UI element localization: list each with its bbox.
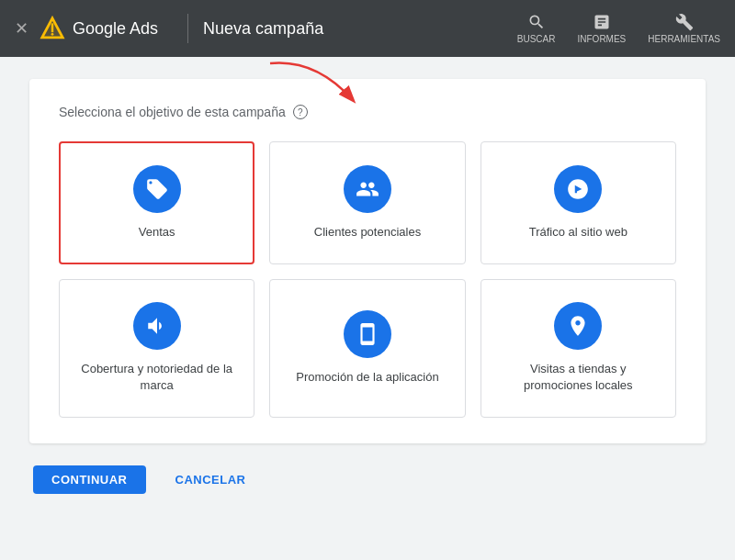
objectives-grid: Ventas Clientes potenciales Tráfic xyxy=(59,141,676,418)
card-header: Selecciona el objetivo de esta campaña ? xyxy=(59,105,676,119)
nav-divider xyxy=(187,14,188,43)
objective-promocion[interactable]: Promoción de la aplicación xyxy=(269,279,465,417)
main-content: Selecciona el objetivo de esta campaña ?… xyxy=(0,57,735,516)
close-button[interactable]: ✕ xyxy=(15,18,28,39)
promocion-icon-circle xyxy=(344,310,391,358)
ventas-icon-circle xyxy=(133,165,181,213)
search-nav-label: BUSCAR xyxy=(517,34,556,44)
trafico-label: Tráfico al sitio web xyxy=(529,224,628,241)
search-nav-button[interactable]: BUSCAR xyxy=(517,13,556,44)
objective-cobertura[interactable]: Cobertura y notoriedad de la marca xyxy=(59,279,254,417)
objective-visitas[interactable]: Visitas a tiendas y promociones locales xyxy=(481,279,676,417)
trafico-icon-circle xyxy=(554,165,602,213)
visitas-icon-circle xyxy=(554,302,602,350)
people-icon xyxy=(356,177,379,201)
mobile-icon xyxy=(356,322,379,346)
card-header-text: Selecciona el objetivo de esta campaña xyxy=(59,105,286,119)
cursor-icon xyxy=(566,177,590,201)
reports-nav-label: INFORMES xyxy=(578,34,627,44)
objective-clientes[interactable]: Clientes potenciales xyxy=(269,141,465,264)
pin-icon xyxy=(566,314,590,338)
promocion-label: Promoción de la aplicación xyxy=(296,369,438,386)
brand-name: Google Ads xyxy=(73,19,158,39)
clientes-icon-circle xyxy=(344,165,391,213)
tag-icon xyxy=(145,177,169,201)
cobertura-label: Cobertura y notoriedad de la marca xyxy=(74,361,239,394)
svg-point-3 xyxy=(51,33,54,36)
visitas-label: Visitas a tiendas y promociones locales xyxy=(496,361,661,394)
arrow-icon xyxy=(261,54,371,109)
objective-trafico[interactable]: Tráfico al sitio web xyxy=(481,141,676,264)
objective-ventas[interactable]: Ventas xyxy=(59,141,254,264)
cancel-button[interactable]: CANCELAR xyxy=(161,465,261,494)
ventas-label: Ventas xyxy=(139,224,175,241)
tools-nav-label: HERRAMIENTAS xyxy=(648,34,720,44)
help-icon[interactable]: ? xyxy=(293,105,308,119)
tools-icon xyxy=(675,13,694,31)
cobertura-icon-circle xyxy=(133,302,181,350)
topbar: ✕ Google Ads Nueva campaña BUSCAR INFORM… xyxy=(0,0,735,57)
tools-nav-button[interactable]: HERRAMIENTAS xyxy=(648,13,720,44)
logo: Google Ads xyxy=(40,16,173,41)
volume-icon xyxy=(145,314,169,338)
search-icon xyxy=(527,13,546,31)
footer-buttons: CONTINUAR CANCELAR xyxy=(29,465,706,494)
nav-actions: BUSCAR INFORMES HERRAMIENTAS xyxy=(517,13,720,44)
clientes-label: Clientes potenciales xyxy=(314,224,421,241)
reports-nav-button[interactable]: INFORMES xyxy=(578,13,627,44)
page-title: Nueva campaña xyxy=(203,19,323,39)
campaign-card: Selecciona el objetivo de esta campaña ?… xyxy=(29,79,706,443)
reports-icon xyxy=(593,13,611,31)
continue-button[interactable]: CONTINUAR xyxy=(33,465,146,494)
google-ads-logo-icon xyxy=(40,16,65,41)
